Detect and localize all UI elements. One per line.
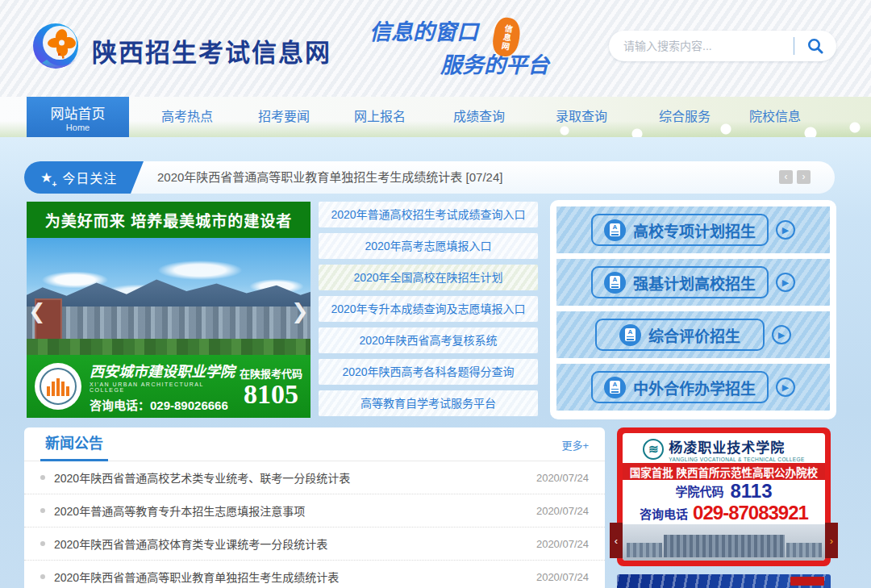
- college-code: 8105: [240, 381, 302, 408]
- nav-item-gaokao-hotspots[interactable]: 高考热点: [161, 97, 213, 137]
- bullet-icon: [40, 508, 45, 513]
- ad-college-name: 杨凌职业技术学院: [669, 436, 805, 457]
- today-focus-bar: ★+ 今日关注 2020年陕西省普通高等职业教育单独招生考生成绩统计表 [07/…: [24, 161, 835, 194]
- ad-phone: 029-87083921: [693, 503, 808, 523]
- ad-code-label: 学院代码: [675, 482, 723, 499]
- news-date: 2020/07/24: [536, 472, 589, 484]
- document-icon: A: [604, 377, 626, 398]
- ad-prev-button[interactable]: ‹: [610, 523, 623, 558]
- nav-item-comprehensive-services[interactable]: 综合服务: [659, 97, 711, 137]
- site-logo-icon[interactable]: [31, 21, 84, 74]
- ad-phone-label: 咨询电话: [640, 505, 688, 522]
- quick-link-self-study-exam[interactable]: 高等教育自学考试服务平台: [319, 390, 538, 416]
- program-go-button[interactable]: ▶: [776, 377, 795, 397]
- bullet-icon: [40, 574, 45, 579]
- nav-home-sublabel: Home: [27, 123, 129, 132]
- document-icon: A: [604, 272, 626, 294]
- carousel-prev-button[interactable]: ❮: [28, 298, 46, 326]
- slogan: 信息的窗口 服务的平台: [369, 15, 549, 79]
- chevron-left-icon: ❮: [28, 299, 46, 323]
- bullet-icon: [40, 541, 45, 546]
- quick-link-volunteer-entry[interactable]: 2020年高考志愿填报入口: [319, 233, 538, 259]
- college-name-en: XI'AN URBAN ARCHITECTURAL COLLEGE: [90, 382, 236, 393]
- program-go-button[interactable]: ▶: [776, 273, 795, 292]
- trees-decoration: [27, 339, 310, 355]
- news-date: 2020/07/24: [536, 571, 589, 583]
- program-row: A 中外合作办学招生 ▶: [556, 364, 830, 411]
- main-nav: 网站首页 Home 高考热点 招考要闻 网上报名 成绩查询 录取查询 综合服务 …: [0, 97, 871, 137]
- nav-item-home[interactable]: 网站首页 Home: [27, 97, 129, 137]
- nav-item-score-query[interactable]: 成绩查询: [453, 97, 505, 137]
- ad-banner-partial[interactable]: [617, 574, 831, 588]
- quick-link-enrollment-plan[interactable]: 2020年全国高校在陕招生计划: [319, 265, 538, 290]
- program-go-button[interactable]: ▶: [776, 220, 795, 240]
- document-icon: A: [604, 219, 626, 241]
- today-focus-label: ★+ 今日关注: [24, 161, 131, 194]
- news-title: 新闻公告: [40, 427, 108, 461]
- news-date: 2020/07/24: [536, 505, 589, 517]
- carousel-college-bar: 西安城市建设职业学院 XI'AN URBAN ARCHITECTURAL COL…: [27, 355, 310, 418]
- document-icon: A: [619, 324, 641, 346]
- carousel-next-button[interactable]: ❯: [291, 298, 309, 326]
- quick-link-score-query-entry[interactable]: 2020年普通高校招生考试成绩查询入口: [319, 202, 538, 227]
- today-focus-text: 今日关注: [62, 168, 117, 187]
- program-row: A 高校专项计划招生 ▶: [556, 206, 830, 253]
- program-go-button[interactable]: ▶: [772, 325, 791, 344]
- program-button-special-plan[interactable]: A 高校专项计划招生: [591, 214, 769, 246]
- search-input[interactable]: [623, 40, 794, 52]
- news-more-link[interactable]: 更多+: [561, 437, 589, 452]
- news-item[interactable]: 2020年陕西省普通高校体育类专业课统考一分段统计表 2020/07/24: [24, 528, 605, 561]
- ad-banner-yangling[interactable]: ≋ 杨凌职业技术学院 YANGLING VOCATIONAL & TECHNIC…: [617, 427, 831, 566]
- quick-link-review-system[interactable]: 2020年陕西省高考复核系统: [319, 327, 538, 353]
- page: 陕西招生考试信息网 信息的窗口 服务的平台 信息网 网站首页 Home 高考热点…: [0, 0, 871, 588]
- focus-pager: ‹ ›: [779, 170, 811, 184]
- arrow-right-icon: ▶: [778, 330, 785, 340]
- program-button-sino-foreign[interactable]: A 中外合作办学招生: [591, 371, 769, 403]
- nav-item-admission-query[interactable]: 录取查询: [556, 97, 607, 137]
- search-button[interactable]: [794, 31, 836, 61]
- nav-item-college-info[interactable]: 院校信息: [749, 97, 801, 137]
- ad-next-button[interactable]: ›: [825, 523, 838, 558]
- search-icon: [806, 37, 824, 55]
- nav-item-online-registration[interactable]: 网上报名: [354, 97, 406, 137]
- search-box: [609, 31, 836, 61]
- focus-next-button[interactable]: ›: [797, 170, 811, 184]
- carousel-banner-title: 为美好而来 培养最美城市的建设者: [27, 202, 310, 238]
- college-code-label: 在陕报考代码: [240, 365, 302, 381]
- header: 陕西招生考试信息网 信息的窗口 服务的平台 信息网: [0, 0, 871, 97]
- news-item[interactable]: 2020年陕西省普通高等职业教育单独招生考生成绩统计表 2020/07/24: [24, 561, 605, 588]
- program-button-comprehensive-evaluation[interactable]: A 综合评价招生: [595, 319, 765, 351]
- quick-links-list: 2020年普通高校招生考试成绩查询入口 2020年高考志愿填报入口 2020年全…: [319, 202, 538, 422]
- focus-headline-link[interactable]: 2020年陕西省普通高等职业教育单独招生考生成绩统计表 [07/24]: [157, 161, 502, 194]
- chevron-left-icon: ‹: [785, 171, 788, 182]
- city-decoration: [27, 307, 310, 340]
- chevron-right-icon: ›: [802, 171, 806, 182]
- nav-home-label: 网站首页: [27, 102, 129, 123]
- nav-item-enrollment-news[interactable]: 招考要闻: [258, 97, 310, 137]
- ad-code: 8113: [730, 482, 772, 501]
- college-name: 西安城市建设职业学院: [90, 360, 236, 381]
- chevron-right-icon: ❯: [291, 299, 309, 323]
- arrow-right-icon: ▶: [782, 225, 789, 236]
- news-item[interactable]: 2020年陕西省普通高校艺术类专业统考、联考一分段统计表 2020/07/24: [24, 461, 605, 494]
- slogan-line1: 信息的窗口: [369, 15, 549, 46]
- news-header: 新闻公告 更多+: [24, 427, 605, 461]
- main-carousel[interactable]: 为美好而来 培养最美城市的建设者 ❮ ❯ 西安城市建设职业学院 XI'AN UR…: [27, 202, 310, 418]
- star-icon: ★+: [40, 169, 52, 186]
- arrow-right-icon: ▶: [782, 382, 789, 393]
- quick-link-zhuanshengben[interactable]: 2020年专升本成绩查询及志愿填报入口: [319, 296, 538, 322]
- news-item[interactable]: 2020年普通高等教育专升本招生志愿填报注意事项 2020/07/24: [24, 494, 605, 528]
- program-button-qiangji-plan[interactable]: A 强基计划高校招生: [591, 266, 769, 298]
- news-panel: 新闻公告 更多+ 2020年陕西省普通高校艺术类专业统考、联考一分段统计表 20…: [24, 427, 605, 588]
- focus-prev-button[interactable]: ‹: [779, 170, 793, 184]
- program-row: A 综合评价招生 ▶: [556, 311, 830, 358]
- arrow-right-icon: ▶: [782, 277, 789, 288]
- campus-building-decoration: [664, 535, 785, 557]
- ad-college-name-en: YANGLING VOCATIONAL & TECHNICAL COLLEGE: [669, 457, 805, 462]
- college-phone: 咨询电话：029-89026666: [90, 396, 236, 413]
- ad-campus-photo: [623, 524, 825, 561]
- carousel-photo: [27, 238, 310, 355]
- quick-link-subject-scores[interactable]: 2020年陕西高考各科各题得分查询: [319, 359, 538, 385]
- chevron-left-icon: ‹: [615, 535, 618, 547]
- ad-slogan-banner: 国家首批 陕西首所示范性高职公办院校: [623, 463, 825, 480]
